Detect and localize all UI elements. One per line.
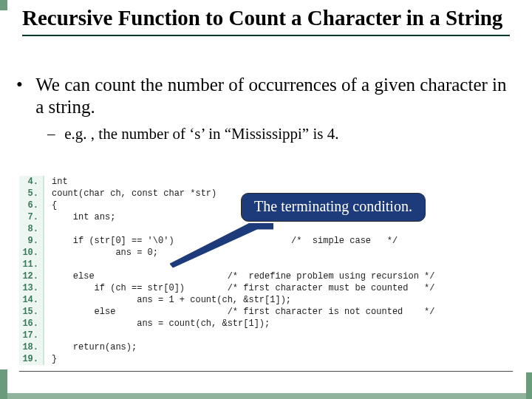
- code-line: }: [44, 353, 513, 365]
- code-line: else /* first character is not counted *…: [44, 306, 513, 318]
- line-number: 13.: [19, 282, 44, 294]
- bullet-dot-icon: •: [16, 74, 31, 96]
- callout-box: The terminating condition.: [241, 193, 426, 222]
- line-number: 7.: [19, 211, 44, 223]
- line-number: 5.: [19, 188, 44, 200]
- bullet-dash-icon: –: [47, 124, 61, 144]
- decor-edge-bottom: [0, 393, 532, 399]
- code-line: ans = count(ch, &str[1]);: [44, 318, 513, 330]
- line-number: 6.: [19, 200, 44, 211]
- line-number: 17.: [19, 330, 44, 341]
- decor-corner-br: [526, 372, 532, 399]
- line-number: 14.: [19, 294, 44, 306]
- line-number: 10.: [19, 247, 44, 259]
- slide: Recursive Function to Count a Character …: [0, 0, 532, 399]
- bullet2-text: e.g. , the number of ‘s’ in “Mississippi…: [64, 125, 338, 143]
- slide-title: Recursive Function to Count a Character …: [22, 6, 510, 36]
- line-number: 18.: [19, 341, 44, 353]
- code-line: ans = 1 + count(ch, &str[1]);: [44, 294, 513, 306]
- code-line: if (ch == str[0]) /* first character mus…: [44, 282, 513, 294]
- line-number: 8.: [19, 223, 44, 235]
- line-number: 9.: [19, 235, 44, 247]
- line-number: 16.: [19, 318, 44, 330]
- bullet1-text: We can count the number of occurrences o…: [35, 74, 513, 118]
- footer-rule: [19, 371, 513, 372]
- line-number: 11.: [19, 259, 44, 270]
- code-line: return(ans);: [44, 341, 513, 353]
- slide-body: • We can count the number of occurrences…: [16, 74, 516, 144]
- bullet-level2: – e.g. , the number of ‘s’ in “Mississip…: [47, 124, 516, 144]
- bullet-level1: • We can count the number of occurrences…: [16, 74, 516, 118]
- line-number: 4.: [19, 176, 44, 188]
- line-number: 15.: [19, 306, 44, 318]
- decor-corner-bl: [0, 369, 7, 399]
- line-number: 12.: [19, 270, 44, 282]
- code-line: ans = 0;: [44, 247, 513, 259]
- code-line: int: [44, 176, 513, 188]
- line-number: 19.: [19, 353, 44, 365]
- decor-corner-tl: [0, 0, 7, 10]
- callout-text: The terminating condition.: [254, 198, 412, 214]
- code-line: if (str[0] == '\0') /* simple case */: [44, 235, 513, 247]
- code-line: else /* redefine problem using recursion…: [44, 270, 513, 282]
